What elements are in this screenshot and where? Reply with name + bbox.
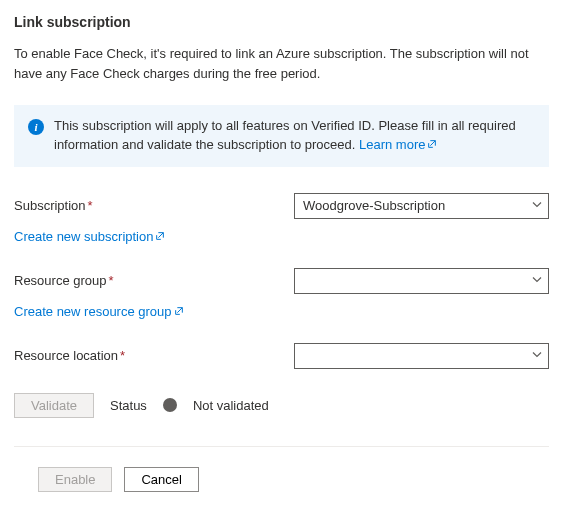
resource-location-row: Resource location* [14,343,549,369]
page-title: Link subscription [14,14,549,30]
info-icon: i [28,119,44,135]
info-message: This subscription will apply to all feat… [54,118,516,152]
info-banner: i This subscription will apply to all fe… [14,105,549,167]
intro-text: To enable Face Check, it's required to l… [14,44,549,83]
cancel-button[interactable]: Cancel [124,467,198,492]
subscription-value: Woodgrove-Subscription [303,198,445,213]
resource-location-select[interactable] [294,343,549,369]
divider [14,446,549,447]
required-indicator: * [88,198,93,213]
footer-buttons: Enable Cancel [14,467,549,492]
required-indicator: * [120,348,125,363]
resource-location-label: Resource location* [14,348,294,363]
status-value: Not validated [193,398,269,413]
subscription-label: Subscription* [14,198,294,213]
external-link-icon [153,229,165,244]
enable-button[interactable]: Enable [38,467,112,492]
create-resource-group-link[interactable]: Create new resource group [14,304,184,319]
create-subscription-link[interactable]: Create new subscription [14,229,165,244]
validate-button[interactable]: Validate [14,393,94,418]
required-indicator: * [109,273,114,288]
learn-more-link[interactable]: Learn more [359,137,437,152]
info-text: This subscription will apply to all feat… [54,117,535,155]
subscription-row: Subscription* Woodgrove-Subscription [14,193,549,219]
status-dot-icon [163,398,177,412]
resource-group-select[interactable] [294,268,549,294]
external-link-icon [425,137,437,152]
status-label: Status [110,398,147,413]
resource-group-label: Resource group* [14,273,294,288]
validate-row: Validate Status Not validated [14,393,549,418]
external-link-icon [172,304,184,319]
resource-group-row: Resource group* [14,268,549,294]
subscription-select[interactable]: Woodgrove-Subscription [294,193,549,219]
